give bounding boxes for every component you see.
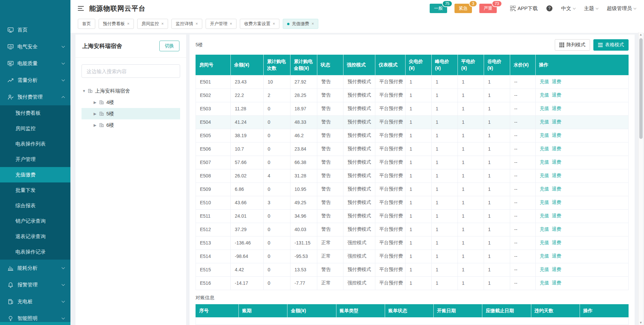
sidebar-subitem-电表操作记录[interactable]: 电表操作记录 <box>0 244 70 260</box>
refund-link[interactable]: 退费 <box>552 106 561 111</box>
sidebar-item-7[interactable]: 充电桩 <box>0 293 70 310</box>
tree-search-input[interactable] <box>82 64 180 78</box>
scroll-up-arrow[interactable]: ▲ <box>639 32 643 37</box>
tree-node-4楼[interactable]: ▶ 4楼 <box>82 97 180 108</box>
tab-收费方案设置[interactable]: 收费方案设置× <box>240 19 279 29</box>
sidebar-item-label: 充电桩 <box>17 299 33 305</box>
sidebar-subitem-预付费看板[interactable]: 预付费看板 <box>0 105 70 121</box>
sidebar-subitem-批量下发[interactable]: 批量下发 <box>0 182 70 198</box>
alarm-badge-紧急[interactable]: 紧急3 <box>454 4 472 13</box>
sidebar: 首页电气安全电能质量需量分析预付费管理预付费看板房间监控电表操作列表开户管理充值… <box>0 0 70 325</box>
refund-link[interactable]: 退费 <box>552 186 561 192</box>
recharge-link[interactable]: 充值 <box>540 200 549 205</box>
tab-开户管理[interactable]: 开户管理× <box>206 19 236 29</box>
recharge-link[interactable]: 充值 <box>540 106 549 111</box>
tab-监控详情[interactable]: 监控详情× <box>171 19 202 29</box>
tree-node-root[interactable]: ▼ 上海安科瑞宿舍 <box>82 85 180 97</box>
recharge-link[interactable]: 充值 <box>540 132 549 138</box>
alarm-badge-一般[interactable]: 一般75 <box>430 4 447 13</box>
refund-link[interactable]: 退费 <box>552 226 561 232</box>
sidebar-item-5[interactable]: 能耗分析 <box>0 260 70 276</box>
recharge-link[interactable]: 充值 <box>540 92 549 98</box>
recharge-link[interactable]: 充值 <box>540 119 549 124</box>
close-tab-icon[interactable]: × <box>196 21 198 26</box>
recharge-link[interactable]: 充值 <box>540 267 549 272</box>
recharge-link[interactable]: 充值 <box>540 186 549 192</box>
sidebar-item-label: 需量分析 <box>17 77 38 84</box>
recharge-link[interactable]: 充值 <box>540 213 549 218</box>
sidebar-item-4[interactable]: 预付费管理 <box>0 89 70 105</box>
recharge-link[interactable]: 充值 <box>540 146 549 151</box>
recharge-link[interactable]: 充值 <box>540 173 549 178</box>
demand-analysis-icon <box>7 77 14 84</box>
close-tab-icon[interactable]: × <box>312 21 314 26</box>
refund-link[interactable]: 退费 <box>552 92 561 98</box>
language-selector[interactable]: 中文 <box>561 5 575 12</box>
refund-link[interactable]: 退费 <box>552 79 561 84</box>
switch-button[interactable]: 切换 <box>159 41 179 51</box>
sidebar-item-0[interactable]: 首页 <box>0 21 70 38</box>
app-download-link[interactable]: APP下载 <box>510 5 538 12</box>
chevron-down-icon <box>62 78 65 82</box>
sidebar-item-6[interactable]: 报警管理 <box>0 276 70 293</box>
recharge-link[interactable]: 充值 <box>540 159 549 165</box>
table-row-E515: E5154.42013.53警告预付费模式平台预付费1111--充值退费 <box>196 263 629 276</box>
refund-link[interactable]: 退费 <box>552 240 561 245</box>
tab-首页[interactable]: 首页 <box>78 19 95 29</box>
tree-node-6楼[interactable]: ▶ 6楼 <box>82 119 180 131</box>
recharge-link[interactable]: 充值 <box>540 280 549 285</box>
column-header: 房间号 <box>196 55 231 75</box>
collapse-menu-icon[interactable] <box>78 6 84 11</box>
recharge-link[interactable]: 充值 <box>540 253 549 259</box>
close-tab-icon[interactable]: × <box>127 21 129 26</box>
user-menu[interactable]: 超级管理员 <box>607 5 636 12</box>
qr-code-icon <box>510 6 516 11</box>
sidebar-subitem-销户记录查询[interactable]: 销户记录查询 <box>0 213 70 229</box>
alarm-badge-严重[interactable]: 严重73 <box>479 4 497 13</box>
table-mode-button[interactable]: 表格模式 <box>593 39 629 51</box>
refund-link[interactable]: 退费 <box>552 280 561 285</box>
chevron-down-icon <box>62 300 65 303</box>
refund-link[interactable]: 退费 <box>552 146 561 151</box>
tab-预付费看板[interactable]: 预付费看板× <box>99 19 134 29</box>
sidebar-subitem-电表操作列表[interactable]: 电表操作列表 <box>0 136 70 152</box>
close-tab-icon[interactable]: × <box>161 21 164 26</box>
sidebar-subitem-退表记录查询[interactable]: 退表记录查询 <box>0 229 70 244</box>
tab-房间监控[interactable]: 房间监控× <box>137 19 168 29</box>
refund-link[interactable]: 退费 <box>552 200 561 205</box>
close-tab-icon[interactable]: × <box>273 21 275 26</box>
sidebar-item-1[interactable]: 电气安全 <box>0 38 70 55</box>
refund-link[interactable]: 退费 <box>552 253 561 259</box>
chevron-down-icon <box>62 316 65 320</box>
close-tab-icon[interactable]: × <box>230 21 232 26</box>
reconciliation-table-header: 序号账期金额(¥)账单类型账单状态开账日期应缴截止日期违约天数操作 <box>196 304 629 318</box>
recharge-link[interactable]: 充值 <box>540 240 549 245</box>
page-scrollbar[interactable]: ▲ ▼ <box>638 32 643 325</box>
scrollbar-thumb[interactable] <box>639 38 643 139</box>
refund-link[interactable]: 退费 <box>552 132 561 138</box>
sidebar-subitem-综合报表[interactable]: 综合报表 <box>0 198 70 213</box>
sidebar-subitem-开户管理[interactable]: 开户管理 <box>0 152 70 167</box>
sidebar-subitem-充值缴费[interactable]: 充值缴费 <box>0 167 70 182</box>
tree-node-5楼[interactable]: ▶ 5楼 <box>82 108 180 119</box>
refund-link[interactable]: 退费 <box>552 173 561 178</box>
refund-link[interactable]: 退费 <box>552 159 561 165</box>
recharge-link[interactable]: 充值 <box>540 226 549 232</box>
column-header: 金额(¥) <box>287 304 336 318</box>
scroll-down-arrow[interactable]: ▼ <box>639 320 643 325</box>
column-header: 水价(¥) <box>510 55 536 75</box>
refund-link[interactable]: 退费 <box>552 213 561 218</box>
theme-selector[interactable]: 主题 <box>584 5 598 12</box>
column-header: 尖电价(¥) <box>406 55 432 75</box>
building-icon <box>99 100 104 105</box>
recharge-link[interactable]: 充值 <box>540 79 549 84</box>
tab-充值缴费[interactable]: 充值缴费× <box>283 19 318 29</box>
matrix-mode-button[interactable]: 阵列模式 <box>555 39 590 51</box>
sidebar-item-2[interactable]: 电能质量 <box>0 55 70 72</box>
help-icon[interactable]: ? <box>546 5 552 11</box>
refund-link[interactable]: 退费 <box>552 267 561 272</box>
sidebar-subitem-房间监控[interactable]: 房间监控 <box>0 121 70 136</box>
sidebar-item-3[interactable]: 需量分析 <box>0 72 70 89</box>
active-tab-dot <box>287 23 289 25</box>
refund-link[interactable]: 退费 <box>552 119 561 124</box>
